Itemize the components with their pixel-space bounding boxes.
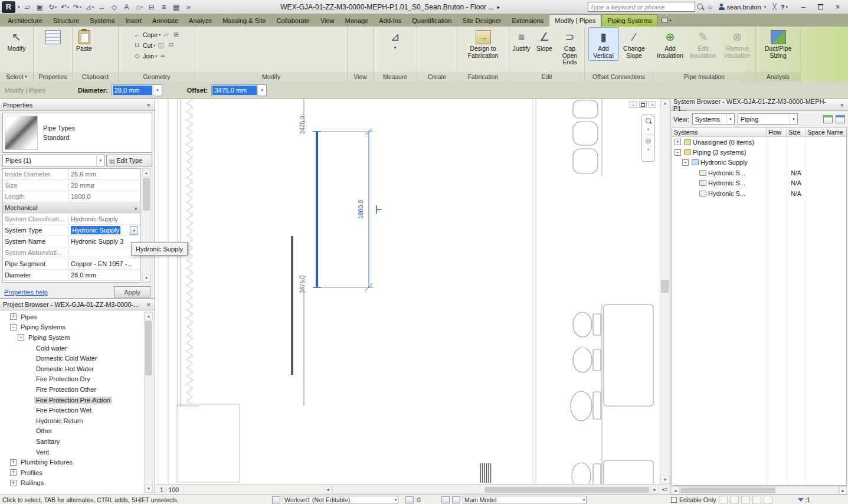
- panel-label-offset-connections[interactable]: Offset Connections: [585, 72, 653, 81]
- panel-label-create[interactable]: Create: [417, 72, 457, 81]
- measure-icon[interactable]: ⊿▾: [84, 1, 96, 12]
- geometry-tool-button[interactable]: ◇ Join ▾ ≃: [133, 51, 181, 60]
- copy-icon[interactable]: [225, 30, 236, 40]
- ribbon-tab[interactable]: Extensions: [507, 14, 549, 27]
- panel-label-geometry[interactable]: Geometry: [119, 72, 195, 81]
- justify-button[interactable]: ≡ Justify: [510, 28, 533, 54]
- panel-label-view[interactable]: View: [348, 72, 373, 81]
- property-row[interactable]: Length 1800.0 ▾ ▴: [3, 191, 140, 202]
- system-browser-row[interactable]: + Unassigned (0 items): [672, 137, 846, 147]
- project-browser-item[interactable]: − Piping System: [0, 332, 143, 343]
- scroll-left-icon[interactable]: ◂: [324, 486, 332, 494]
- unpin-icon[interactable]: [230, 48, 241, 59]
- tree-expander-icon[interactable]: −: [10, 324, 17, 330]
- offset-dimension-top[interactable]: 3475.0: [299, 116, 306, 134]
- paste-options-icon[interactable]: [107, 41, 117, 51]
- worksharing-display-icon[interactable]: [292, 486, 302, 494]
- revit-logo[interactable]: R: [2, 1, 15, 13]
- properties-button[interactable]: [38, 28, 68, 46]
- system-browser-row[interactable]: Hydronic S... N/A: [672, 178, 846, 188]
- tree-expander-icon[interactable]: −: [675, 149, 681, 156]
- view-scale[interactable]: 1 : 100: [156, 486, 184, 493]
- property-value[interactable]: Hydronic Supply ▾: [69, 225, 140, 235]
- select-underlay-icon[interactable]: [730, 496, 739, 503]
- project-browser-item[interactable]: Fire Protection Dry: [0, 374, 143, 385]
- type-selector[interactable]: Pipe Types Standard: [2, 113, 152, 153]
- project-browser-item[interactable]: Fire Protection Other: [0, 384, 143, 395]
- open-icon[interactable]: ▱: [22, 1, 34, 12]
- property-row[interactable]: System Type Hydronic Supply ▾ ▴: [3, 225, 140, 236]
- trim-extend-icon[interactable]: [242, 48, 253, 59]
- edit-insulation-button[interactable]: ✎ Edit Insulation: [687, 28, 719, 60]
- worksets-icon[interactable]: [272, 496, 280, 503]
- exclude-options-icon[interactable]: [452, 496, 460, 503]
- override-graphics-icon[interactable]: [355, 42, 365, 52]
- temporary-view-properties-icon[interactable]: [303, 486, 313, 494]
- modify-button[interactable]: ↖ Modify: [2, 28, 31, 54]
- panel-label-modify[interactable]: Modify: [195, 72, 347, 81]
- view-close-icon[interactable]: ×: [649, 101, 656, 108]
- group-collapse-icon[interactable]: ▴: [135, 205, 140, 211]
- change-slope-button[interactable]: ∕ Change Slope: [620, 28, 649, 60]
- project-browser-item[interactable]: Domestic Hot Water: [0, 364, 143, 374]
- scroll-down-icon[interactable]: ▾: [660, 476, 670, 484]
- shadows-icon[interactable]: [228, 486, 238, 494]
- chevron-down-icon[interactable]: ▾: [647, 127, 649, 131]
- panel-label-properties[interactable]: Properties: [34, 72, 72, 81]
- aligned-dimension-icon[interactable]: ↔: [97, 1, 108, 12]
- property-value[interactable]: Hydronic Supply 3 ▾: [69, 236, 140, 247]
- column-header-space-name[interactable]: Space Name: [806, 127, 846, 136]
- property-value[interactable]: 25.6 mm ▾: [69, 169, 140, 179]
- chevron-down-icon[interactable]: ▾: [257, 85, 266, 96]
- property-value[interactable]: 28 mmø ▾: [69, 180, 140, 191]
- ribbon-tab[interactable]: Analyze: [184, 14, 217, 27]
- property-value[interactable]: ▾: [69, 247, 140, 258]
- panel-label-analysis[interactable]: Analysis: [756, 72, 800, 81]
- project-browser-item[interactable]: + Profiles: [0, 467, 143, 478]
- crop-view-icon[interactable]: [239, 486, 249, 494]
- exchange-apps-icon[interactable]: ╳: [771, 3, 778, 11]
- view-scale-icon[interactable]: [186, 486, 196, 494]
- selection-filter[interactable]: :1: [798, 495, 810, 504]
- overflow-icon[interactable]: »: [184, 1, 195, 12]
- move-icon[interactable]: [207, 30, 224, 47]
- property-row[interactable]: Size 28 mmø ▾ ▴: [3, 180, 140, 191]
- property-row[interactable]: System Name Hydronic Supply 3 ▾ ▴: [3, 236, 140, 247]
- measure-button[interactable]: ⊿ ▾: [381, 28, 410, 51]
- panel-label-fabrication[interactable]: Fabrication: [457, 72, 509, 81]
- view-lock-icon[interactable]: [260, 486, 270, 494]
- delete-icon[interactable]: [254, 48, 264, 59]
- property-row[interactable]: Inside Diameter 25.6 mm ▾ ▴: [3, 169, 140, 180]
- column-header-systems[interactable]: Systems: [672, 127, 767, 136]
- ribbon-tab[interactable]: Structure: [48, 14, 85, 27]
- property-value[interactable]: 1800.0 ▾: [69, 191, 140, 202]
- column-settings-icon[interactable]: [836, 115, 845, 123]
- text-icon[interactable]: A: [122, 1, 133, 12]
- view-minimize-icon[interactable]: –: [630, 101, 637, 108]
- ribbon-tab[interactable]: Add-Ins: [374, 14, 407, 27]
- restore-icon[interactable]: [812, 1, 829, 13]
- property-value[interactable]: Copper - EN 1057 -... ▾: [69, 258, 140, 269]
- ribbon-tab[interactable]: Modify | Pipes: [549, 14, 601, 27]
- diameter-select[interactable]: 28.0 mm ▾: [112, 84, 162, 96]
- ribbon-tab[interactable]: Annotate: [147, 14, 184, 27]
- project-browser-item[interactable]: − Piping Systems: [0, 322, 143, 333]
- create-group-icon[interactable]: [438, 30, 448, 40]
- section-icon[interactable]: ⊟: [146, 1, 158, 12]
- ribbon-tab[interactable]: Piping Systems: [601, 14, 658, 27]
- add-insulation-button[interactable]: ⊕ Add Insulation: [654, 28, 686, 60]
- vertical-scrollbar[interactable]: ▴ ▾: [660, 99, 670, 484]
- project-browser-item[interactable]: Fire Protection Pre-Action: [0, 395, 143, 405]
- editing-requests-icon[interactable]: [405, 496, 414, 503]
- tree-expander-icon[interactable]: +: [10, 459, 17, 466]
- tree-expander-icon[interactable]: −: [682, 159, 689, 166]
- tree-expander-icon[interactable]: +: [10, 480, 17, 486]
- project-browser-item[interactable]: + Pipes: [0, 312, 143, 322]
- visual-style-icon[interactable]: [207, 486, 217, 494]
- ribbon-tab[interactable]: Collaborate: [271, 14, 315, 27]
- system-browser-row[interactable]: Hydronic S... N/A: [672, 188, 846, 198]
- temp-dimension-value[interactable]: 1800.0: [357, 200, 364, 219]
- tree-expander-icon[interactable]: −: [18, 334, 24, 341]
- ribbon-tab[interactable]: View: [315, 14, 340, 27]
- offset-icon[interactable]: [268, 30, 279, 40]
